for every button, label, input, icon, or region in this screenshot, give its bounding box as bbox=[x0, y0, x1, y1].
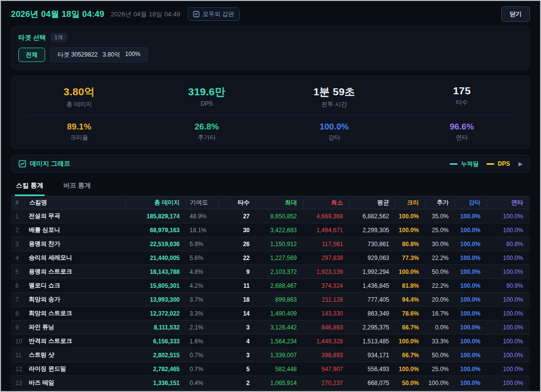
cell-max: 1,490,409 bbox=[256, 310, 303, 317]
stat-label: 크리율 bbox=[15, 133, 143, 142]
stat-value: 175 bbox=[398, 85, 526, 97]
cell-extra: 22.2% bbox=[425, 282, 455, 289]
stat-value: 96.6% bbox=[398, 122, 526, 132]
cell-total: 13,993,300 bbox=[126, 296, 186, 303]
cell-skill: 스트링 샷 bbox=[25, 351, 126, 359]
table-row[interactable]: 7희망의 송가13,993,3003.7%18899,863211,128777… bbox=[11, 293, 530, 307]
table-row[interactable]: 4승리의 세레모니21,440,0055.6%221,227,569297,83… bbox=[11, 251, 530, 265]
cell-max: 2,688,467 bbox=[256, 282, 303, 289]
stat-크리율: 89.1%크리율 bbox=[15, 122, 143, 142]
cell-total: 6,156,333 bbox=[126, 338, 186, 345]
cell-max: 582,448 bbox=[256, 366, 303, 373]
cell-skill: 파인 튜닝 bbox=[25, 323, 126, 331]
cell-max: 3,126,442 bbox=[256, 324, 303, 331]
cell-max: 1,564,234 bbox=[256, 338, 303, 345]
legend-label: DPS bbox=[498, 160, 510, 167]
cell-extra: 0.0% bbox=[425, 324, 455, 331]
cell-min: 1,449,328 bbox=[303, 338, 349, 345]
stat-value: 89.1% bbox=[15, 122, 143, 132]
board-button[interactable]: 모두의 갑판 bbox=[188, 7, 239, 21]
cell-contrib: 0.7% bbox=[186, 352, 218, 359]
table-row[interactable]: 2배틀 심포니68,979,16318.1%303,422,6831,494,6… bbox=[11, 223, 530, 237]
cell-extra: 50.0% bbox=[425, 352, 455, 359]
cell-max: 899,863 bbox=[256, 296, 303, 303]
cell-total: 68,979,163 bbox=[126, 227, 186, 234]
table-header-row: #스킬명총 데미지기여도타수최대최소평균크리추가강타연타 bbox=[11, 196, 530, 209]
target-count-badge: 1개 bbox=[51, 33, 67, 42]
cell-crit: 100.0% bbox=[395, 268, 425, 275]
cell-avg: 934,171 bbox=[349, 352, 395, 359]
cell-idx: 11 bbox=[11, 352, 25, 359]
cell-hits: 3 bbox=[218, 324, 256, 331]
cell-crit: 78.6% bbox=[395, 310, 425, 317]
table-row[interactable]: 14평타77,9620.0%177,96277,96277,962100.0%0… bbox=[11, 390, 530, 392]
cell-skill: 희망의 송가 bbox=[25, 295, 126, 304]
cell-min: 1,494,671 bbox=[303, 227, 349, 234]
cell-extra: 100.0% bbox=[425, 380, 455, 387]
cell-hits: 18 bbox=[218, 296, 256, 303]
cell-hits: 26 bbox=[218, 241, 256, 248]
cell-contrib: 5.6% bbox=[186, 255, 218, 261]
stat-총 데미지: 3.80억총 데미지 bbox=[15, 85, 143, 109]
table-row[interactable]: 1전설의 무곡185,829,17448.9%278,650,8524,669,… bbox=[11, 209, 530, 223]
cell-extra: 30.0% bbox=[425, 241, 455, 248]
tab-buff-stats[interactable]: 버프 통계 bbox=[63, 181, 92, 196]
table-row[interactable]: 11스트링 샷2,802,5150.7%31,339,007398,693934… bbox=[11, 348, 530, 362]
header-subtitle: 2026년 04월 18일 04:49 bbox=[111, 10, 180, 19]
expand-graph-icon[interactable]: ▶ bbox=[519, 161, 523, 167]
damage-graph-title: 데미지 그래프 bbox=[30, 159, 70, 168]
target-chip[interactable]: 타겟 30529822 3.80억 100% bbox=[50, 47, 148, 63]
table-row[interactable]: 12라이징 윈드밀2,782,4650.7%5582,448547,907556… bbox=[11, 362, 530, 376]
cell-avg: 2,299,305 bbox=[349, 227, 395, 234]
table-row[interactable]: 5용맹의 스트로크18,143,7884.8%92,103,3721,923,1… bbox=[11, 265, 530, 279]
column-header-skill: 스킬명 bbox=[25, 198, 126, 207]
cell-hits: 11 bbox=[218, 282, 256, 289]
stat-타수: 175타수 bbox=[398, 85, 526, 109]
cell-combo: 100.0% bbox=[486, 227, 530, 234]
cell-avg: 1,436,845 bbox=[349, 282, 395, 289]
cell-total: 21,440,005 bbox=[126, 255, 186, 261]
cell-combo: 100.0% bbox=[486, 296, 530, 303]
stat-value: 100.0% bbox=[270, 122, 398, 132]
cell-avg: 730,861 bbox=[349, 241, 395, 248]
cell-skill: 배틀 심포니 bbox=[25, 226, 126, 234]
table-row[interactable]: 10반격의 스트로크6,156,3331.6%41,564,2341,449,3… bbox=[11, 334, 530, 348]
cell-avg: 556,493 bbox=[349, 366, 395, 373]
cell-smash: 100.0% bbox=[455, 255, 486, 261]
stat-강타: 100.0%강타 bbox=[270, 122, 398, 142]
cell-min: 398,693 bbox=[303, 352, 349, 359]
table-body: 1전설의 무곡185,829,17448.9%278,650,8524,669,… bbox=[11, 209, 530, 392]
tab-skill-stats[interactable]: 스킬 통계 bbox=[15, 181, 45, 196]
cell-contrib: 1.6% bbox=[186, 338, 218, 345]
column-header-avg: 평균 bbox=[349, 198, 395, 207]
cell-min: 270,237 bbox=[303, 380, 349, 387]
cell-hits: 27 bbox=[218, 213, 256, 220]
cell-crit: 50.0% bbox=[395, 380, 425, 387]
cell-skill: 용맹의 스트로크 bbox=[25, 267, 126, 276]
cell-extra: 35.0% bbox=[425, 213, 455, 220]
close-button[interactable]: 닫기 bbox=[501, 6, 530, 22]
table-row[interactable]: 8희망의 스트로크12,372,0223.3%141,490,409143,33… bbox=[11, 307, 530, 321]
table-row[interactable]: 6멜로디 쇼크15,805,3014.2%112,688,467374,3241… bbox=[11, 279, 530, 293]
cell-avg: 777,405 bbox=[349, 296, 395, 303]
cell-max: 8,650,852 bbox=[256, 213, 303, 220]
stat-label: DPS bbox=[143, 100, 270, 107]
cell-combo: 90.9% bbox=[486, 282, 530, 289]
table-row[interactable]: 3용맹의 찬가22,519,6365.9%261,150,912117,5617… bbox=[11, 237, 530, 251]
table-row[interactable]: 9파인 튜닝8,111,5322.1%33,126,442846,8932,29… bbox=[11, 321, 530, 334]
cell-hits: 14 bbox=[218, 310, 256, 317]
cell-idx: 10 bbox=[11, 338, 25, 345]
table-row[interactable]: 13바즈 테일1,336,1510.4%21,065,914270,237668… bbox=[11, 376, 530, 390]
cell-contrib: 2.1% bbox=[186, 324, 218, 331]
cell-crit: 100.0% bbox=[395, 227, 425, 234]
damage-graph-bar[interactable]: 데미지 그래프 누적딜DPS ▶ bbox=[11, 155, 530, 173]
target-all-button[interactable]: 전체 bbox=[18, 48, 45, 62]
cell-smash: 100.0% bbox=[455, 213, 486, 220]
cell-extra: 22.2% bbox=[425, 255, 455, 261]
cell-min: 547,907 bbox=[303, 366, 349, 373]
cell-idx: 3 bbox=[11, 241, 25, 248]
column-header-idx: # bbox=[11, 198, 25, 207]
cell-combo: 100.0% bbox=[486, 310, 530, 317]
cell-combo: 100.0% bbox=[486, 255, 530, 261]
cell-min: 374,324 bbox=[303, 282, 349, 289]
